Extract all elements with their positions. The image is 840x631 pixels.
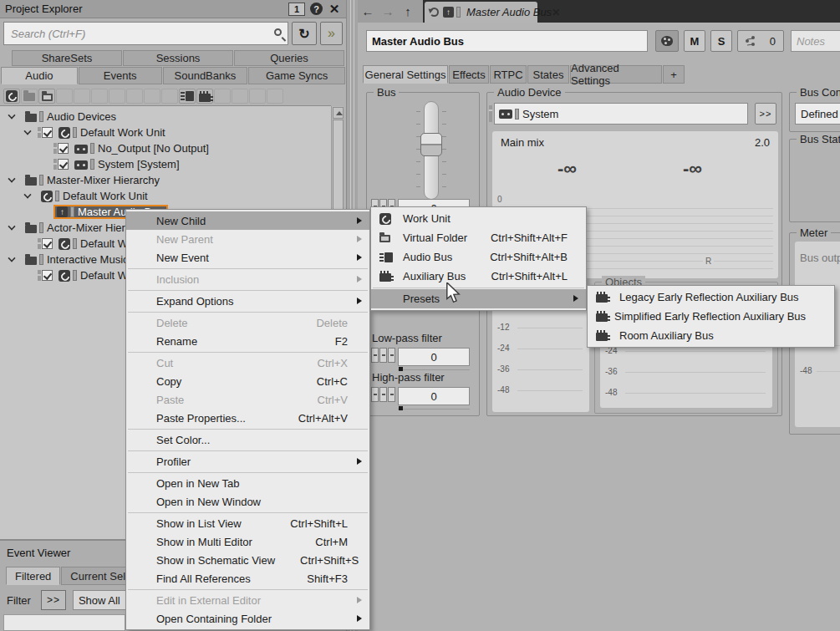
context-menu-item[interactable]: Show in Schematic View Ctrl+Shift+S — [126, 551, 369, 569]
project-tab[interactable]: Queries — [234, 50, 344, 66]
tool-button-13[interactable] — [214, 89, 231, 104]
new-audio-bus-button[interactable] — [179, 89, 196, 104]
tool-button-15[interactable] — [249, 89, 266, 104]
preset-menu-item[interactable]: Legacy Early Reflection Auxiliary Bus — [588, 288, 834, 307]
tool-button-16[interactable] — [267, 89, 283, 104]
project-tab[interactable]: Audio — [1, 67, 78, 84]
layout-number-button[interactable]: 1 — [288, 3, 305, 16]
audio-device-more-button[interactable]: >> — [755, 103, 776, 125]
help-icon[interactable]: ? — [310, 3, 323, 15]
lowpass-field[interactable]: 0 — [398, 348, 470, 366]
scroll-up-icon[interactable] — [333, 107, 344, 119]
highpass-field[interactable]: 0 — [398, 387, 470, 405]
context-menu-item[interactable]: Cut Ctrl+X — [126, 354, 369, 372]
context-menu-item[interactable]: Paste Properties... Ctrl+Alt+V — [126, 409, 369, 427]
new-virtual-folder-button[interactable] — [38, 89, 55, 104]
rtpc-icon[interactable] — [379, 348, 387, 363]
tool-button-9[interactable] — [144, 89, 160, 104]
project-tab[interactable]: Sessions — [123, 50, 233, 66]
tool-button-8[interactable] — [126, 89, 143, 104]
submenu-item[interactable]: Audio Bus Ctrl+Shift+Alt+B — [371, 247, 586, 267]
include-checkbox[interactable] — [58, 143, 69, 154]
context-menu-item[interactable]: Find All References Shift+F3 — [126, 569, 369, 588]
editor-tab[interactable]: Advanced Settings — [570, 65, 662, 84]
object-name-field[interactable] — [366, 30, 648, 52]
editor-tab[interactable]: General Settings — [363, 65, 448, 84]
nav-up-button[interactable]: ↑ — [398, 4, 418, 18]
tree-row[interactable]: Audio Devices — [0, 109, 331, 125]
tool-button-5[interactable] — [74, 89, 90, 104]
context-menu-item[interactable]: Set Color... — [126, 430, 369, 449]
expander-icon[interactable] — [23, 191, 31, 198]
preset-menu-item[interactable]: Room Auxiliary Bus — [588, 326, 834, 345]
context-menu-item[interactable]: Open in New Window — [126, 492, 369, 511]
rtpc-icon[interactable] — [388, 387, 395, 402]
audio-device-select[interactable]: System — [494, 103, 748, 125]
submenu-item[interactable]: Auxiliary Bus Ctrl+Shift+Alt+L — [371, 267, 586, 286]
context-menu-item[interactable]: Copy Ctrl+C — [126, 372, 369, 390]
include-checkbox[interactable] — [42, 127, 53, 138]
solo-button[interactable]: S — [710, 30, 732, 52]
submenu-item[interactable]: Work Unit — [371, 209, 586, 228]
new-auxiliary-bus-button[interactable] — [196, 89, 213, 104]
volume-slider-handle[interactable] — [420, 133, 442, 156]
nav-forward-button[interactable]: → — [378, 4, 398, 18]
context-menu-item[interactable]: Open in New Tab — [126, 474, 369, 492]
filter-select[interactable]: Show All — [73, 590, 128, 610]
tab-close-icon[interactable]: ✕ — [552, 7, 560, 18]
editor-tab[interactable]: States — [527, 65, 569, 84]
project-tab[interactable]: ShareSets — [12, 50, 122, 66]
submenu-item[interactable]: Virtual Folder Ctrl+Shift+Alt+F — [371, 228, 586, 247]
context-menu-item[interactable]: Paste Ctrl+V — [126, 390, 369, 409]
context-menu-item[interactable]: Inclusion — [126, 270, 369, 288]
context-menu-item[interactable]: Expand Options — [126, 292, 369, 310]
expander-icon[interactable] — [8, 254, 15, 262]
context-menu-item[interactable]: Delete Delete — [126, 313, 369, 332]
rtpc-icon[interactable] — [371, 387, 379, 402]
tool-button-10[interactable] — [161, 89, 178, 104]
sharesets-button[interactable]: 0 — [737, 30, 784, 52]
include-checkbox[interactable] — [42, 238, 53, 249]
event-viewer-tab[interactable]: Filtered — [6, 567, 60, 585]
context-menu-item[interactable]: Profiler — [126, 452, 369, 471]
submenu-item[interactable]: Presets — [371, 289, 586, 308]
include-checkbox[interactable] — [42, 270, 53, 281]
preset-menu-item[interactable]: Simplified Early Reflection Auxiliary Bu… — [588, 307, 834, 326]
context-menu-item[interactable]: New Parent — [126, 230, 369, 248]
new-work-unit-button[interactable] — [3, 89, 20, 104]
context-menu-item[interactable]: Rename F2 — [126, 332, 369, 350]
tool-button-7[interactable] — [109, 89, 125, 104]
expander-icon[interactable] — [23, 127, 31, 135]
project-tab[interactable]: Game Syncs — [248, 67, 345, 84]
tree-row[interactable]: No_Output [No Output] — [0, 140, 331, 156]
bus-config-select[interactable]: Defined — [795, 103, 840, 125]
editor-tab[interactable]: RTPC — [490, 65, 527, 84]
color-button[interactable] — [655, 30, 679, 52]
new-physical-folder-button[interactable] — [21, 89, 38, 104]
event-list[interactable] — [3, 614, 125, 631]
project-tab[interactable]: Events — [79, 67, 162, 84]
editor-tab[interactable]: + — [663, 65, 685, 84]
document-tab[interactable]: Master Audio Bus ✕ — [425, 2, 537, 23]
context-menu-item[interactable]: New Event — [126, 248, 369, 267]
rtpc-icon[interactable] — [371, 348, 379, 363]
context-menu-item[interactable]: Open Containing Folder — [126, 609, 369, 628]
rtpc-icon[interactable] — [388, 348, 395, 363]
context-menu-item[interactable]: Show in Multi Editor Ctrl+M — [126, 532, 369, 551]
run-search-button[interactable]: » — [320, 22, 343, 45]
tool-button-6[interactable] — [91, 89, 108, 104]
notes-field[interactable] — [791, 30, 840, 52]
expander-icon[interactable] — [8, 111, 15, 119]
tool-button-14[interactable] — [232, 89, 248, 104]
project-tab[interactable]: SoundBanks — [163, 67, 248, 84]
search-input[interactable] — [3, 22, 288, 45]
refresh-button[interactable]: ↻ — [292, 22, 316, 45]
nav-back-button[interactable]: ← — [358, 4, 378, 18]
tree-row[interactable]: System [System] — [0, 156, 331, 172]
expander-icon[interactable] — [8, 222, 15, 230]
filter-expand-button[interactable]: >> — [41, 590, 66, 610]
context-menu-item[interactable]: New Child — [126, 211, 369, 230]
close-icon[interactable]: ✕ — [328, 3, 341, 16]
editor-tab[interactable]: Effects — [449, 65, 489, 84]
mute-button[interactable]: M — [684, 30, 705, 52]
